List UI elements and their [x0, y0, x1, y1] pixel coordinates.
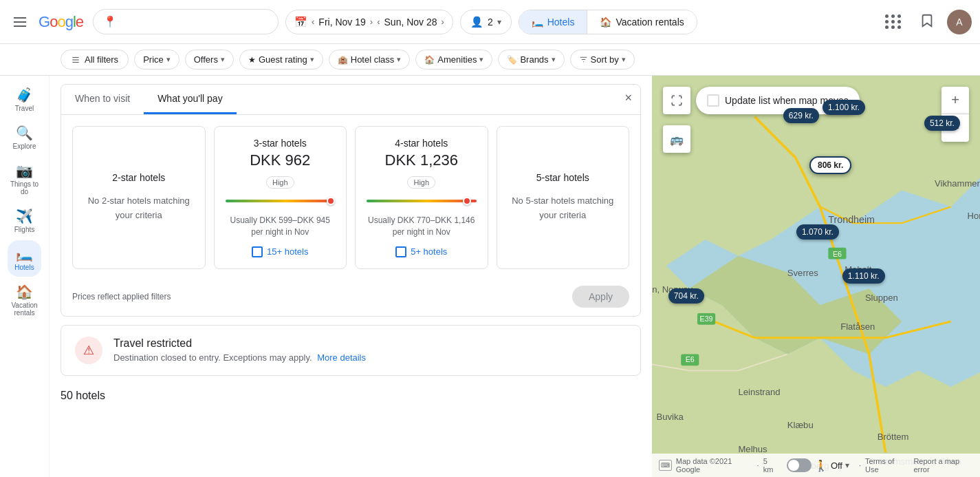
- price-filter-button[interactable]: Price ▾: [134, 50, 179, 70]
- transit-button[interactable]: 🚌: [663, 125, 690, 153]
- vacation-tab-button[interactable]: 🏠 Vacation rentals: [587, 10, 696, 34]
- close-price-card-button[interactable]: ×: [624, 92, 632, 104]
- sidebar-item-vacation[interactable]: 🏠 Vacation rentals: [0, 278, 49, 322]
- update-list-checkbox[interactable]: [707, 94, 719, 107]
- five-star-card: 5-star hotels No 5-star hotels matching …: [497, 126, 630, 269]
- date-range-box[interactable]: 📅 ‹ Fri, Nov 19 › ‹ Sun, Nov 28 ›: [285, 10, 453, 34]
- checkin-prev-button[interactable]: ‹: [312, 17, 314, 27]
- more-details-link[interactable]: More details: [317, 352, 366, 363]
- hotels-tab-button[interactable]: 🛏️ Hotels: [519, 10, 588, 34]
- hotels-count: 50 hotels: [50, 384, 652, 407]
- report-map-error-link[interactable]: Report a map error: [913, 457, 973, 474]
- guest-rating-filter-button[interactable]: ★ Guest rating ▾: [239, 50, 323, 70]
- two-star-card: 2-star hotels No 2-star hotels matching …: [72, 126, 206, 269]
- three-star-high-badge: High: [266, 176, 294, 189]
- three-star-hotels-link[interactable]: 15+ hotels: [252, 246, 308, 257]
- terms-of-use-link[interactable]: Terms of Use: [865, 457, 906, 474]
- left-sidebar: 🧳 Travel 🔍 Explore 📷 Things to do ✈️ Fli…: [0, 76, 50, 477]
- map-pin-512[interactable]: 512 kr.: [924, 116, 960, 131]
- travel-icon: 🧳: [16, 87, 33, 103]
- location-pin-icon: 📍: [103, 15, 117, 28]
- four-star-price: DKK 1,236: [385, 151, 458, 169]
- map-expand-button[interactable]: [663, 87, 690, 114]
- map-pin-1070[interactable]: 1.070 kr.: [796, 224, 839, 240]
- four-star-slider: [367, 197, 477, 205]
- pedestrian-toggle-container: 🚶 Off ▾: [787, 458, 849, 472]
- checkin-next-button[interactable]: ›: [370, 17, 373, 27]
- svg-text:Leinstrand: Leinstrand: [738, 387, 780, 397]
- hotel-class-chevron-icon: ▾: [397, 55, 401, 64]
- brands-label: Brands: [520, 54, 548, 65]
- all-filters-label: All filters: [85, 54, 118, 65]
- svg-text:Klæbu: Klæbu: [787, 420, 814, 430]
- price-card-footer: Prices reflect applied filters Apply: [61, 280, 640, 316]
- sidebar-vacation-label: Vacation rentals: [7, 301, 42, 317]
- zoom-in-button[interactable]: +: [941, 87, 969, 114]
- map-pin-704[interactable]: 704 kr.: [668, 288, 704, 304]
- four-star-hotels-link[interactable]: 5+ hotels: [395, 246, 447, 257]
- svg-text:Buvika: Buvika: [656, 412, 684, 422]
- apply-button[interactable]: Apply: [572, 286, 629, 308]
- toggle-track[interactable]: [787, 458, 812, 472]
- three-star-card: 3-star hotels DKK 962 High Usually DKK 5…: [214, 126, 347, 269]
- sidebar-flights-label: Flights: [14, 226, 34, 233]
- amenities-filter-button[interactable]: 🏠 Amenities ▾: [415, 50, 492, 70]
- checkout-prev-button[interactable]: ‹: [377, 17, 380, 27]
- two-star-no-match: No 2-star hotels matching your criteria: [84, 194, 194, 223]
- what-you-pay-tab[interactable]: What you'll pay: [144, 85, 237, 114]
- map-panel: E6 E6 E39 Trondheim Trolla Vikhammer Hom…: [652, 76, 980, 477]
- checkout-date: Sun, Nov 28: [384, 17, 437, 28]
- svg-text:E39: E39: [700, 315, 713, 323]
- brands-filter-button[interactable]: 🏷️ Brands ▾: [498, 50, 564, 70]
- amenities-label: Amenities: [437, 54, 477, 65]
- topbar: Google 📍 Trondheim 📅 ‹ Fri, Nov 19 › ‹ S…: [0, 0, 980, 44]
- svg-text:Trondheim: Trondheim: [828, 214, 875, 225]
- offers-filter-button[interactable]: Offers ▾: [185, 50, 234, 70]
- sidebar-hotels-label: Hotels: [14, 264, 34, 271]
- sort-by-filter-button[interactable]: Sort by ▾: [570, 50, 635, 70]
- things-to-do-icon: 📷: [16, 162, 33, 179]
- save-icon-button[interactable]: [914, 8, 940, 36]
- vacation-icon: 🏠: [16, 284, 33, 300]
- user-avatar[interactable]: A: [947, 10, 972, 34]
- sidebar-travel-label: Travel: [15, 105, 34, 112]
- map-pin-629[interactable]: 629 kr.: [783, 108, 819, 123]
- guests-box[interactable]: 👤 2 ▾: [460, 10, 512, 34]
- hotel-class-filter-button[interactable]: 🏨 Hotel class ▾: [329, 50, 411, 70]
- location-input-box[interactable]: 📍 Trondheim: [93, 9, 279, 34]
- explore-icon: 🔍: [16, 125, 33, 141]
- when-to-visit-tab[interactable]: When to visit: [61, 85, 144, 114]
- off-chevron-icon[interactable]: ▾: [845, 460, 849, 470]
- house-icon: 🏠: [600, 17, 611, 28]
- travel-restricted-description: Destination closed to entry. Exceptions …: [113, 352, 366, 363]
- five-star-no-match: No 5-star hotels matching your criteria: [508, 194, 618, 223]
- map-pin-1110[interactable]: 1.110 kr.: [842, 268, 885, 284]
- sidebar-item-flights[interactable]: ✈️ Flights: [8, 202, 41, 239]
- checkout-next-button[interactable]: ›: [442, 17, 444, 27]
- three-star-price: DKK 962: [250, 151, 310, 169]
- off-label: Off: [831, 460, 842, 471]
- sidebar-item-hotels[interactable]: 🛏️ Hotels: [8, 240, 41, 277]
- sidebar-item-things-to-do[interactable]: 📷 Things to do: [0, 157, 49, 201]
- svg-text:Sverres: Sverres: [787, 268, 819, 278]
- sidebar-item-travel[interactable]: 🧳 Travel: [8, 81, 41, 118]
- map-pin-1100[interactable]: 1.100 kr.: [823, 100, 865, 115]
- map-pin-806[interactable]: 806 kr.: [809, 156, 851, 174]
- warning-icon-container: ⚠: [75, 337, 102, 364]
- svg-text:Sluppen: Sluppen: [865, 293, 898, 303]
- offers-filter-label: Offers: [194, 54, 218, 65]
- travel-restricted-title: Travel restricted: [113, 337, 366, 350]
- sidebar-item-explore[interactable]: 🔍 Explore: [6, 119, 43, 156]
- location-field[interactable]: Trondheim: [122, 16, 268, 28]
- hamburger-button[interactable]: [8, 12, 32, 32]
- map-terrain-svg: E6 E6 E39 Trondheim Trolla Vikhammer Hom…: [652, 76, 980, 477]
- star-icon: ★: [248, 55, 256, 65]
- brands-chevron-icon: ▾: [552, 55, 556, 64]
- prices-note: Prices reflect applied filters: [72, 292, 171, 301]
- amenities-chevron-icon: ▾: [479, 55, 483, 64]
- apps-grid-button[interactable]: [880, 9, 907, 34]
- two-star-title: 2-star hotels: [112, 172, 165, 183]
- keyboard-shortcut-icon[interactable]: ⌨: [659, 460, 672, 471]
- google-logo: Google: [39, 13, 83, 31]
- all-filters-button[interactable]: All filters: [61, 50, 129, 70]
